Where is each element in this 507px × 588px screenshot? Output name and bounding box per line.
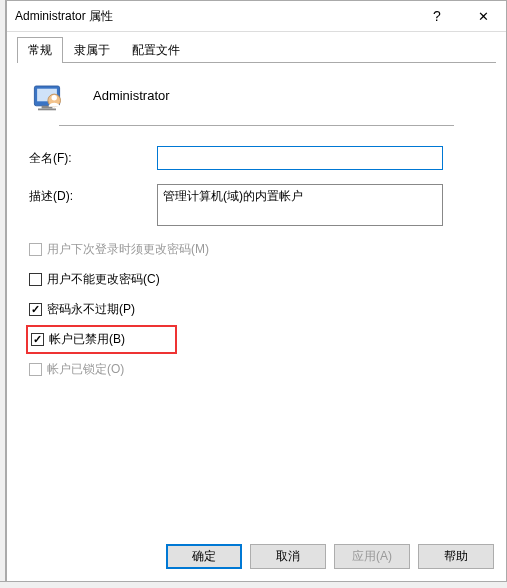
check-label: 帐户已锁定(O) <box>47 361 124 378</box>
tab-profile[interactable]: 配置文件 <box>121 37 191 63</box>
tab-general[interactable]: 常规 <box>17 37 63 63</box>
close-icon: ✕ <box>478 9 489 24</box>
checkboxes: 用户下次登录时须更改密码(M) 用户不能更改密码(C) 密码永不过期(P) 帐户… <box>29 240 484 378</box>
user-name: Administrator <box>93 88 170 103</box>
checkbox-icon <box>29 303 42 316</box>
apply-button[interactable]: 应用(A) <box>334 544 410 569</box>
check-account-locked: 帐户已锁定(O) <box>29 360 484 378</box>
checkbox-icon <box>29 363 42 376</box>
checkbox-icon <box>29 243 42 256</box>
help-button[interactable]: ? <box>414 1 460 32</box>
titlebar: Administrator 属性 ? ✕ <box>7 1 506 32</box>
tab-memberof[interactable]: 隶属于 <box>63 37 121 63</box>
close-button[interactable]: ✕ <box>460 1 506 32</box>
check-label: 用户不能更改密码(C) <box>47 271 160 288</box>
svg-rect-3 <box>38 109 56 111</box>
fullname-row: 全名(F): <box>29 146 484 170</box>
description-row: 描述(D): 管理计算机(域)的内置帐户 <box>29 184 484 226</box>
check-account-disabled[interactable]: 帐户已禁用(B) <box>29 330 484 348</box>
dialog-buttons: 确定 取消 应用(A) 帮助 <box>166 544 494 569</box>
tab-content: Administrator 全名(F): 描述(D): 管理计算机(域)的内置帐… <box>7 63 506 404</box>
checkbox-icon <box>31 333 44 346</box>
fullname-label: 全名(F): <box>29 146 157 167</box>
dialog-window: Administrator 属性 ? ✕ 常规 隶属于 配置文件 Adminis… <box>6 0 507 588</box>
user-icon <box>29 77 65 113</box>
check-label: 密码永不过期(P) <box>47 301 135 318</box>
highlight-box: 帐户已禁用(B) <box>26 325 177 354</box>
check-label: 用户下次登录时须更改密码(M) <box>47 241 209 258</box>
bottom-edge <box>0 581 507 588</box>
cancel-button[interactable]: 取消 <box>250 544 326 569</box>
window-title: Administrator 属性 <box>15 8 414 25</box>
description-label: 描述(D): <box>29 184 157 205</box>
ok-button[interactable]: 确定 <box>166 544 242 569</box>
checkbox-icon <box>29 273 42 286</box>
check-never-expires[interactable]: 密码永不过期(P) <box>29 300 484 318</box>
user-header: Administrator <box>29 77 484 113</box>
fullname-input[interactable] <box>157 146 443 170</box>
tabs: 常规 隶属于 配置文件 <box>7 32 506 63</box>
svg-point-5 <box>52 95 57 100</box>
help-button[interactable]: 帮助 <box>418 544 494 569</box>
check-must-change: 用户下次登录时须更改密码(M) <box>29 240 484 258</box>
check-cannot-change[interactable]: 用户不能更改密码(C) <box>29 270 484 288</box>
divider <box>59 125 454 126</box>
description-input[interactable]: 管理计算机(域)的内置帐户 <box>157 184 443 226</box>
check-label: 帐户已禁用(B) <box>49 331 125 348</box>
